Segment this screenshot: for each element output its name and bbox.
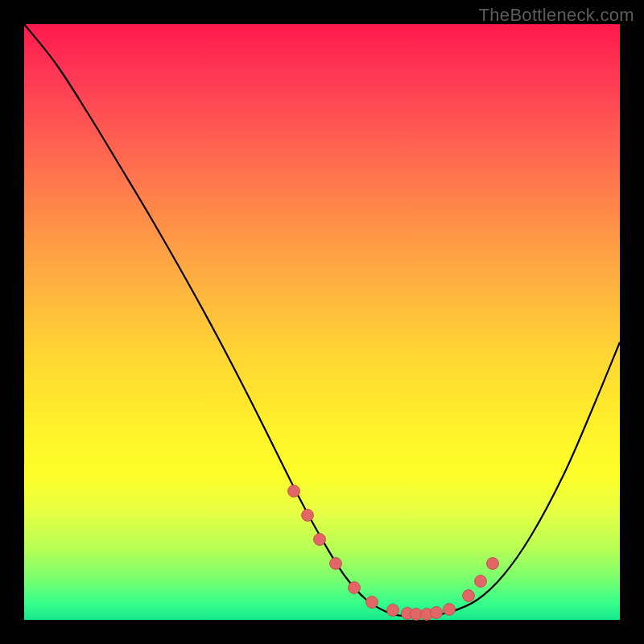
marker-dot — [463, 590, 475, 602]
marker-dot — [366, 597, 378, 609]
marker-dot — [330, 558, 342, 570]
marker-dot — [387, 605, 399, 617]
marker-dot — [487, 558, 499, 570]
marker-dot — [349, 582, 361, 594]
marker-dot — [475, 576, 487, 588]
marker-dot — [302, 510, 314, 522]
marker-group — [288, 485, 499, 621]
watermark-text: TheBottleneck.com — [479, 5, 634, 26]
marker-dot — [314, 534, 326, 546]
bottleneck-curve — [24, 24, 620, 617]
chart-canvas — [24, 24, 620, 620]
marker-dot — [431, 607, 443, 619]
chart-svg — [24, 24, 620, 620]
marker-dot — [288, 485, 300, 497]
marker-dot — [444, 604, 456, 616]
